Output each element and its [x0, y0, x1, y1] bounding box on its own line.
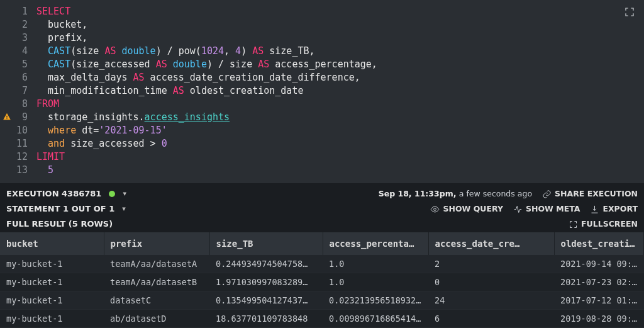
- chevron-down-icon[interactable]: ▾: [122, 202, 126, 216]
- code-line[interactable]: 2 bucket,: [0, 18, 644, 31]
- code-content[interactable]: max_delta_days AS access_date_creation_d…: [36, 71, 644, 84]
- line-number: 6: [0, 71, 36, 84]
- line-number: 1: [0, 5, 36, 18]
- table-cell: 6: [428, 310, 554, 328]
- line-number: 5: [0, 58, 36, 71]
- table-cell: 0.023213956518932…: [323, 291, 428, 310]
- code-line[interactable]: 12LIMIT: [0, 150, 644, 164]
- code-content[interactable]: prefix,: [36, 31, 644, 45]
- line-number: 9: [0, 111, 36, 124]
- table-cell: 24: [428, 291, 554, 310]
- code-line[interactable]: 7 min_modification_time AS oldest_creati…: [0, 84, 644, 98]
- show-meta-button[interactable]: SHOW META: [513, 202, 580, 216]
- table-cell: datasetC: [104, 291, 209, 310]
- link-icon: [542, 189, 552, 199]
- fullscreen-button[interactable]: FULLSCREEN: [569, 217, 638, 231]
- code-content[interactable]: where dt='2021-09-15': [36, 124, 644, 137]
- table-cell: 2017-07-12 01:25:…: [554, 291, 644, 310]
- column-header[interactable]: size_TB: [209, 232, 323, 255]
- execution-id[interactable]: EXECUTION 4386781: [6, 187, 101, 201]
- line-number: 7: [0, 84, 36, 98]
- code-content[interactable]: storage_insights.access_insights: [36, 111, 644, 124]
- line-number: 2: [0, 18, 36, 31]
- column-header[interactable]: access_date_cre…: [428, 232, 554, 255]
- activity-icon: [513, 205, 523, 214]
- code-content[interactable]: LIMIT: [36, 150, 644, 164]
- code-content[interactable]: CAST(size AS double) / pow(1024, 4) AS s…: [36, 45, 644, 58]
- table-row[interactable]: my-bucket-1teamA/aa/datasetA0.2449349745…: [0, 255, 644, 273]
- results-table: bucketprefixsize_TBaccess_percenta…acces…: [0, 232, 644, 328]
- code-line[interactable]: 6 max_delta_days AS access_date_creation…: [0, 71, 644, 84]
- sql-editor[interactable]: 1SELECT2 bucket,3 prefix,4 CAST(size AS …: [0, 0, 644, 183]
- line-number: 3: [0, 31, 36, 45]
- table-cell: teamA/aa/datasetA: [104, 255, 209, 273]
- table-cell: my-bucket-1: [0, 291, 104, 310]
- code-line[interactable]: 1SELECT: [0, 5, 644, 18]
- code-line[interactable]: 11 and size_accessed > 0: [0, 137, 644, 150]
- chevron-down-icon[interactable]: ▾: [123, 187, 126, 201]
- warning-icon: [3, 112, 11, 121]
- line-number: 10: [0, 124, 36, 137]
- statement-indicator[interactable]: STATEMENT 1 OUT OF 1: [6, 202, 114, 216]
- table-cell: 18.637701109783848: [209, 310, 323, 328]
- code-line[interactable]: 5 CAST(size_accessed AS double) / size A…: [0, 58, 644, 71]
- table-cell: teamA/aa/datasetB: [104, 273, 209, 291]
- table-cell: 2019-08-28 09:46:…: [554, 310, 644, 328]
- result-count: FULL RESULT (5 ROWS): [6, 217, 113, 231]
- table-cell: 0.244934974504758…: [209, 255, 323, 273]
- share-execution-button[interactable]: SHARE EXECUTION: [542, 187, 638, 201]
- svg-rect-1: [6, 118, 7, 119]
- code-content[interactable]: CAST(size_accessed AS double) / size AS …: [36, 58, 644, 71]
- line-number: 13: [0, 164, 36, 177]
- table-row[interactable]: my-bucket-1ab/datasetD18.637701109783848…: [0, 310, 644, 328]
- execution-status-bar: EXECUTION 4386781 ▾ Sep 18, 11:33pm, a f…: [0, 183, 644, 232]
- code-content[interactable]: 5: [36, 164, 644, 177]
- svg-rect-0: [6, 116, 7, 118]
- show-query-button[interactable]: SHOW QUERY: [430, 202, 503, 216]
- table-cell: 2021-09-14 09:15:…: [554, 255, 644, 273]
- eye-icon: [430, 205, 440, 214]
- line-number: 4: [0, 45, 36, 58]
- code-content[interactable]: bucket,: [36, 18, 644, 31]
- code-content[interactable]: min_modification_time AS oldest_creation…: [36, 84, 644, 98]
- status-dot-icon: [109, 191, 115, 197]
- line-number: 11: [0, 137, 36, 150]
- code-content[interactable]: and size_accessed > 0: [36, 137, 644, 150]
- table-cell: 2021-07-23 02:37:…: [554, 273, 644, 291]
- table-cell: 1.971030997083289…: [209, 273, 323, 291]
- table-cell: 0: [428, 273, 554, 291]
- table-cell: ab/datasetD: [104, 310, 209, 328]
- column-header[interactable]: oldest_creation…: [554, 232, 644, 255]
- table-cell: 0.009896716865414…: [323, 310, 428, 328]
- table-row[interactable]: my-bucket-1teamA/aa/datasetB1.9710309970…: [0, 273, 644, 291]
- table-cell: my-bucket-1: [0, 255, 104, 273]
- code-content[interactable]: FROM: [36, 98, 644, 111]
- code-line[interactable]: 4 CAST(size AS double) / pow(1024, 4) AS…: [0, 45, 644, 58]
- fullscreen-icon: [569, 220, 578, 229]
- table-cell: 1.0: [323, 273, 428, 291]
- table-cell: 0.135499504127437…: [209, 291, 323, 310]
- export-button[interactable]: EXPORT: [590, 202, 638, 216]
- code-line[interactable]: 13 5: [0, 164, 644, 177]
- column-header[interactable]: access_percenta…: [323, 232, 428, 255]
- table-cell: 2: [428, 255, 554, 273]
- download-icon: [590, 205, 599, 214]
- code-content[interactable]: SELECT: [36, 5, 644, 18]
- column-header[interactable]: prefix: [104, 232, 209, 255]
- code-line[interactable]: 8FROM: [0, 98, 644, 111]
- svg-point-2: [434, 208, 436, 210]
- table-cell: my-bucket-1: [0, 273, 104, 291]
- execution-timestamp: Sep 18, 11:33pm, a few seconds ago: [379, 187, 532, 201]
- expand-icon[interactable]: [624, 6, 635, 18]
- table-cell: my-bucket-1: [0, 310, 104, 328]
- line-number: 8: [0, 98, 36, 111]
- code-line[interactable]: 3 prefix,: [0, 31, 644, 45]
- table-cell: 1.0: [323, 255, 428, 273]
- code-line[interactable]: 9 storage_insights.access_insights: [0, 111, 644, 124]
- line-number: 12: [0, 150, 36, 164]
- table-row[interactable]: my-bucket-1datasetC0.135499504127437…0.0…: [0, 291, 644, 310]
- column-header[interactable]: bucket: [0, 232, 104, 255]
- code-line[interactable]: 10 where dt='2021-09-15': [0, 124, 644, 137]
